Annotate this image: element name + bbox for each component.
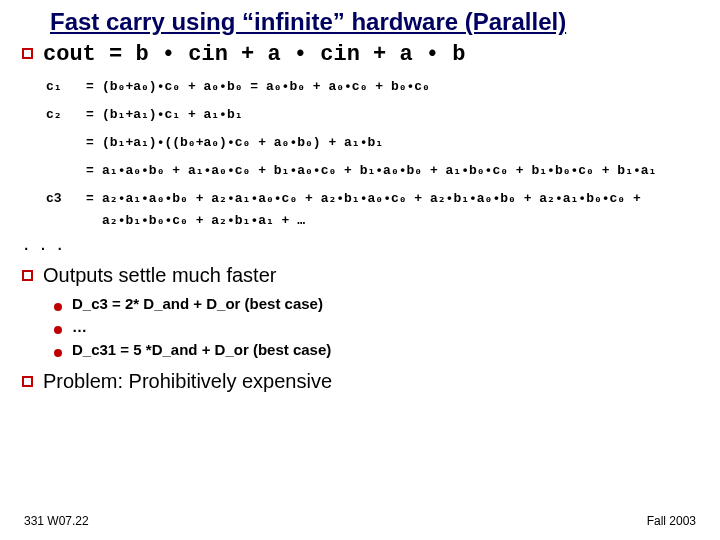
- sublist-text: …: [72, 318, 87, 335]
- dot-bullet-icon: [54, 326, 62, 334]
- eq-lhs-empty: [46, 160, 86, 182]
- equals-sign: =: [86, 132, 102, 154]
- problem-row: Problem: Prohibitively expensive: [22, 370, 698, 393]
- eq-rhs: a₁•a₀•b₀ + a₁•a₀•c₀ + b₁•a₀•c₀ + b₁•a₀•b…: [102, 160, 698, 182]
- delay-sublist: D_c3 = 2* D_and + D_or (best case) … D_c…: [54, 295, 698, 358]
- slide: Fast carry using “infinite” hardware (Pa…: [0, 0, 720, 540]
- eq-c1: c₁ = (b₀+a₀)•c₀ + a₀•b₀ = a₀•b₀ + a₀•c₀ …: [46, 76, 698, 98]
- slide-title: Fast carry using “infinite” hardware (Pa…: [50, 8, 698, 36]
- sublist-item: D_c3 = 2* D_and + D_or (best case): [54, 295, 698, 312]
- square-bullet-icon: [22, 48, 33, 59]
- eq-rhs: (b₁+a₁)•c₁ + a₁•b₁: [102, 104, 698, 126]
- sublist-text: D_c3 = 2* D_and + D_or (best case): [72, 295, 323, 312]
- eq-c3: c3 = a₂•a₁•a₀•b₀ + a₂•a₁•a₀•c₀ + a₂•b₁•a…: [46, 188, 698, 232]
- eq-lhs: c3: [46, 188, 86, 232]
- main-equation-row: cout = b • cin + a • cin + a • b: [22, 42, 698, 68]
- equals-sign: =: [86, 188, 102, 232]
- equals-sign: =: [86, 104, 102, 126]
- eq-lhs: c₂: [46, 104, 86, 126]
- eq-c2: c₂ = (b₁+a₁)•c₁ + a₁•b₁: [46, 104, 698, 126]
- equation-block: c₁ = (b₀+a₀)•c₀ + a₀•b₀ = a₀•b₀ + a₀•c₀ …: [46, 76, 698, 232]
- sublist-item: D_c31 = 5 *D_and + D_or (best case): [54, 341, 698, 358]
- eq-c2-expand2: = a₁•a₀•b₀ + a₁•a₀•c₀ + b₁•a₀•c₀ + b₁•a₀…: [46, 160, 698, 182]
- eq-c2-expand1: = (b₁+a₁)•((b₀+a₀)•c₀ + a₀•b₀) + a₁•b₁: [46, 132, 698, 154]
- square-bullet-icon: [22, 376, 33, 387]
- eq-lhs-empty: [46, 132, 86, 154]
- eq-rhs: (b₁+a₁)•((b₀+a₀)•c₀ + a₀•b₀) + a₁•b₁: [102, 132, 698, 154]
- problem-text: Problem: Prohibitively expensive: [43, 370, 332, 393]
- sublist-text: D_c31 = 5 *D_and + D_or (best case): [72, 341, 331, 358]
- footer-right: Fall 2003: [647, 514, 696, 528]
- footer: 331 W07.22 Fall 2003: [24, 514, 696, 528]
- outputs-text: Outputs settle much faster: [43, 264, 276, 287]
- main-equation: cout = b • cin + a • cin + a • b: [43, 42, 465, 68]
- ellipsis: . . .: [22, 238, 698, 254]
- equals-sign: =: [86, 76, 102, 98]
- square-bullet-icon: [22, 270, 33, 281]
- eq-lhs: c₁: [46, 76, 86, 98]
- outputs-row: Outputs settle much faster: [22, 264, 698, 287]
- sublist-item: …: [54, 318, 698, 335]
- dot-bullet-icon: [54, 303, 62, 311]
- dot-bullet-icon: [54, 349, 62, 357]
- eq-rhs: (b₀+a₀)•c₀ + a₀•b₀ = a₀•b₀ + a₀•c₀ + b₀•…: [102, 76, 698, 98]
- footer-left: 331 W07.22: [24, 514, 89, 528]
- eq-rhs: a₂•a₁•a₀•b₀ + a₂•a₁•a₀•c₀ + a₂•b₁•a₀•c₀ …: [102, 188, 698, 232]
- equals-sign: =: [86, 160, 102, 182]
